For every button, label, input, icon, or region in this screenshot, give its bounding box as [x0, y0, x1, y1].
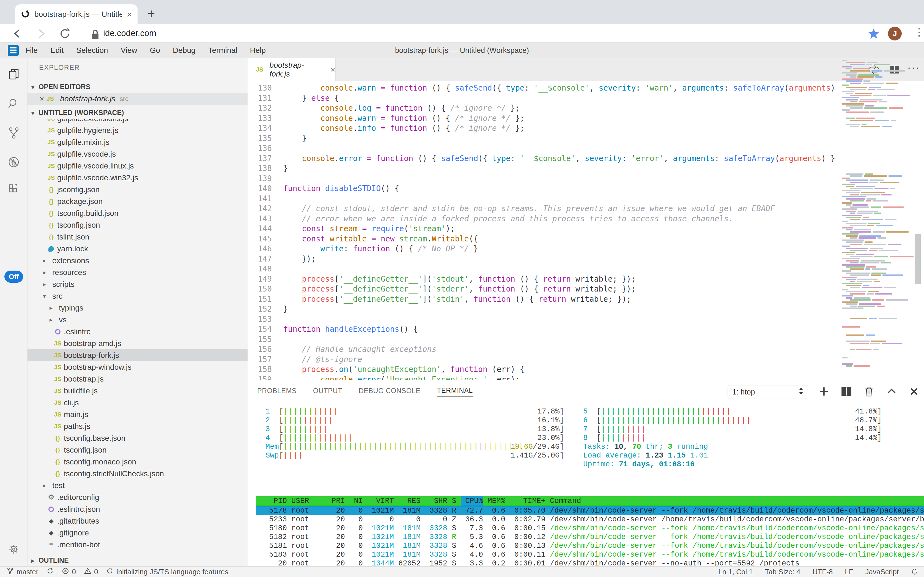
panel-tab-debug-console[interactable]: DEBUG CONSOLE	[359, 387, 421, 396]
process-row-5183[interactable]: 5183root2001021M181M3328S4.00.60:00.11/d…	[256, 550, 924, 559]
menu-selection[interactable]: Selection	[76, 46, 108, 55]
process-row-5180[interactable]: 5180root2001021M181M3328S7.30.60:00.15/d…	[256, 524, 924, 533]
statusbar-error-0[interactable]: 0	[62, 567, 76, 577]
url-bar[interactable]: ide.coder.com	[103, 28, 156, 38]
statusbar-lf[interactable]: LF	[845, 567, 853, 576]
tree-item-typings[interactable]: ▸typings	[27, 302, 247, 314]
tree-item-gulpfile.vscode.js[interactable]: JSgulpfile.vscode.js	[27, 148, 247, 160]
explorer-icon[interactable]	[7, 68, 20, 81]
bell-icon[interactable]	[911, 568, 918, 575]
workspace-section[interactable]: ▾UNTITLED (WORKSPACE)	[27, 106, 247, 119]
tree-item-bootstrap-amd.js[interactable]: JSbootstrap-amd.js	[27, 337, 247, 349]
tree-item-.gitattributes[interactable]: ◆.gitattributes	[27, 515, 247, 527]
menu-file[interactable]: File	[25, 46, 38, 55]
menu-edit[interactable]: Edit	[50, 46, 64, 55]
statusbar-sync-initializing[interactable]: Initializing JS/TS language features	[106, 567, 228, 577]
tree-item-gulpfile.extensions.js[interactable]: JSgulpfile.extensions.js	[27, 119, 247, 124]
new-terminal-icon[interactable]	[818, 385, 830, 399]
tree-item-main.js[interactable]: JSmain.js	[27, 409, 247, 421]
tree-item-tslint.json[interactable]: {}tslint.json	[27, 231, 247, 243]
tree-item-src[interactable]: ▾src	[27, 290, 247, 302]
menu-debug[interactable]: Debug	[173, 46, 196, 55]
tree-item-jsconfig.json[interactable]: {}jsconfig.json	[27, 184, 247, 195]
avatar[interactable]: J	[888, 27, 902, 40]
debug-disabled-icon[interactable]	[7, 156, 20, 169]
minimap[interactable]	[840, 60, 909, 379]
statusbar-sync[interactable]	[47, 567, 54, 577]
bookmark-star-icon[interactable]	[867, 27, 880, 40]
tree-item-cli.js[interactable]: JScli.js	[27, 397, 247, 409]
tree-item-gulpfile.mixin.js[interactable]: JSgulpfile.mixin.js	[27, 136, 247, 148]
tree-item-tsconfig.base.json[interactable]: {}tsconfig.base.json	[27, 432, 247, 444]
tree-item-vs[interactable]: ▸vs	[27, 314, 247, 326]
settings-gear-icon[interactable]	[7, 543, 20, 556]
tree-item-gulpfile.vscode.linux.js[interactable]: JSgulpfile.vscode.linux.js	[27, 160, 247, 172]
close-icon[interactable]: ×	[40, 94, 44, 103]
menu-help[interactable]: Help	[250, 46, 266, 55]
tree-item-tsconfig.build.json[interactable]: {}tsconfig.build.json	[27, 207, 247, 219]
process-row-5181[interactable]: 5181root2001021M181M3328S4.60.60:00.13/d…	[256, 542, 924, 550]
menu-go[interactable]: Go	[150, 46, 160, 55]
extensions-icon[interactable]	[7, 182, 20, 196]
process-row-5178[interactable]: 5178root2001021M181M3328R72.70.60:05.70/…	[256, 506, 924, 515]
tree-item-resources[interactable]: ▸resources	[27, 266, 247, 278]
new-tab-button[interactable]: +	[143, 6, 159, 21]
open-editors-section[interactable]: ▾OPEN EDITORS	[27, 81, 247, 93]
search-icon[interactable]	[7, 97, 20, 110]
open-editor-item[interactable]: × JS bootstrap-fork.js src	[27, 93, 247, 105]
tab-close-icon[interactable]: ×	[127, 9, 132, 20]
code-editor[interactable]: 130 console.warn = function () { safeSen…	[247, 82, 836, 380]
status-badge[interactable]: Off	[5, 271, 23, 283]
panel-tab-terminal[interactable]: TERMINAL	[437, 387, 472, 397]
statusbar-branch-master[interactable]: master	[6, 567, 38, 577]
tree-item-.mention-bot[interactable]: ≡.mention-bot	[27, 539, 247, 551]
menu-terminal[interactable]: Terminal	[208, 46, 238, 55]
browser-tab[interactable]: bootstrap-fork.js — Untitled (W ×	[15, 5, 138, 24]
tree-item-.eslintrc[interactable]: .eslintrc	[27, 326, 247, 337]
tree-item-gulpfile.hygiene.js[interactable]: JSgulpfile.hygiene.js	[27, 124, 247, 136]
tree-item-gulpfile.vscode.win32.js[interactable]: JSgulpfile.vscode.win32.js	[27, 172, 247, 184]
tree-item-bootstrap-fork.js[interactable]: JSbootstrap-fork.js	[27, 349, 247, 361]
tree-item-tsconfig.json[interactable]: {}tsconfig.json	[27, 444, 247, 456]
tree-item-.editorconfig[interactable]: ⚙.editorconfig	[27, 492, 247, 503]
process-row-5182[interactable]: 5182root2001021M181M3328R5.30.60:00.12/d…	[256, 533, 924, 542]
source-control-icon[interactable]	[7, 126, 20, 140]
tree-item-.gitignore[interactable]: ◆.gitignore	[27, 527, 247, 539]
terminal[interactable]: PIDUSERPRINIVIRTRESSHRSCPU%MEM%TIME+Comm…	[247, 400, 924, 567]
panel-tab-problems[interactable]: PROBLEMS	[257, 387, 297, 396]
menu-view[interactable]: View	[121, 46, 137, 55]
tree-item-bootstrap.js[interactable]: JSbootstrap.js	[27, 373, 247, 385]
editor-scrollbar[interactable]	[914, 234, 921, 284]
statusbar-utf-8[interactable]: UTF-8	[813, 567, 833, 576]
app-logo-icon[interactable]	[8, 45, 19, 56]
maximize-panel-icon[interactable]	[885, 385, 898, 399]
outline-section[interactable]: ▸OUTLINE	[27, 554, 247, 566]
process-row-5233[interactable]: 5233root200000Z36.30.00:02.79/dev/shm/bi…	[256, 515, 924, 524]
tree-item-tsconfig.strictNullChecks.json[interactable]: {}tsconfig.strictNullChecks.json	[27, 468, 247, 480]
panel-tab-output[interactable]: OUTPUT	[313, 387, 342, 396]
tree-item-.eslintrc.json[interactable]: .eslintrc.json	[27, 503, 247, 515]
tree-item-extensions[interactable]: ▸extensions	[27, 255, 247, 266]
tree-item-buildfile.js[interactable]: JSbuildfile.js	[27, 385, 247, 397]
terminal-select[interactable]: 1: htop	[728, 385, 807, 399]
statusbar-ln-1-col-1[interactable]: Ln 1, Col 1	[718, 567, 753, 576]
split-terminal-icon[interactable]	[840, 385, 852, 399]
editor-tab-bootstrap-fork[interactable]: JS bootstrap-fork.js ×	[247, 58, 336, 81]
tree-item-test[interactable]: ▸test	[27, 480, 247, 492]
tree-item-yarn.lock[interactable]: yarn.lock	[27, 243, 247, 255]
tree-item-bootstrap-window.js[interactable]: JSbootstrap-window.js	[27, 361, 247, 373]
statusbar-javascript[interactable]: JavaScript	[865, 567, 899, 576]
statusbar-warning-0[interactable]: 0	[84, 567, 98, 577]
tree-item-paths.js[interactable]: JSpaths.js	[27, 421, 247, 432]
back-icon[interactable]	[11, 27, 24, 40]
kill-terminal-icon[interactable]	[863, 385, 875, 399]
tree-item-scripts[interactable]: ▸scripts	[27, 278, 247, 290]
close-panel-icon[interactable]	[908, 385, 920, 399]
browser-menu-icon[interactable]: ⋮	[914, 26, 924, 38]
tree-item-tsconfig.json[interactable]: {}tsconfig.json	[27, 219, 247, 231]
reload-icon[interactable]	[58, 27, 72, 40]
process-row-20[interactable]: 20root2001344M620521952S3.30.20:30.01/de…	[256, 559, 924, 567]
statusbar-tab-size-4[interactable]: Tab Size: 4	[765, 567, 800, 576]
tree-item-tsconfig.monaco.json[interactable]: {}tsconfig.monaco.json	[27, 456, 247, 468]
close-icon[interactable]: ×	[330, 65, 335, 74]
